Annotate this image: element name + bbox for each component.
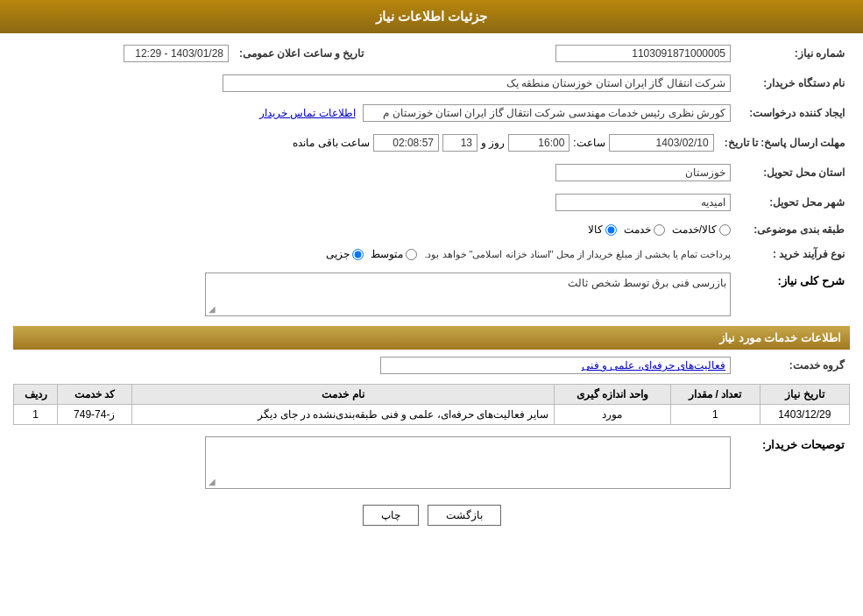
radio-kala-label: کالا [588, 223, 603, 236]
services-table: تاریخ نیاز تعداد / مقدار واحد اندازه گیر… [13, 384, 850, 425]
shomara-niaz-value: 1103091871000005 [555, 45, 731, 62]
services-section-title: اطلاعات خدمات مورد نیاز [13, 326, 850, 350]
sharh-value: بازرسی فنی برق توسط شخص ثالث [568, 277, 726, 289]
radio-jozii-label: جزیی [326, 248, 350, 260]
cell-radif: 1 [14, 405, 58, 425]
print-button[interactable]: چاپ [363, 505, 419, 526]
sharh-section-label: شرح کلی نیاز: [736, 270, 850, 319]
cell-kod: ز-74-749 [58, 405, 132, 425]
cell-tarikh: 1403/12/29 [760, 405, 849, 425]
radio-kala-khedmat-label: کالا/خدمت [672, 223, 717, 236]
ostan-value: خوزستان [555, 164, 731, 181]
shomara-niaz-label: شماره نیاز: [736, 42, 850, 65]
col-vahed: واحد اندازه گیری [555, 385, 670, 405]
ostan-label: استان محل تحویل: [736, 161, 850, 184]
grooh-khedmat-label: گروه خدمت: [736, 354, 850, 377]
cell-nam: سایر فعالیت‌های حرفه‌ای، علمی و فنی طبقه… [131, 405, 555, 425]
radio-motavaset[interactable]: متوسط [371, 248, 417, 260]
col-kod: کد خدمت [58, 385, 132, 405]
nam-dastgah-value: شرکت انتقال گاز ایران استان خوزستان منطق… [223, 74, 731, 92]
radio-kala[interactable]: کالا [588, 223, 617, 236]
mohlet-rooz: 13 [442, 134, 477, 152]
sharh-box: بازرسی فنی برق توسط شخص ثالث ◢ [205, 273, 731, 316]
tosih-label: توصیحات خریدار: [736, 434, 850, 492]
tarikh-elan-label: تاریخ و ساعت اعلان عمومی: [234, 42, 381, 65]
shahr-label: شهر محل تحویل: [736, 191, 850, 214]
mohlet-date: 1403/02/10 [609, 134, 714, 152]
cell-tedad: 1 [670, 405, 760, 425]
radio-jozii[interactable]: جزیی [326, 248, 364, 260]
mohlet-saat-label: ساعت: [573, 137, 605, 149]
nam-dastgah-label: نام دستگاه خریدار: [736, 72, 850, 95]
ijad-konande-label: ایجاد کننده درخواست: [736, 102, 850, 124]
shahr-value: امیدیه [555, 194, 731, 211]
page-title: جزئیات اطلاعات نیاز [376, 9, 487, 24]
itemaas-link[interactable]: اطلاعات تماس خریدار [259, 107, 356, 119]
tarikh-elan-value: 1403/01/28 - 12:29 [124, 45, 229, 62]
radio-motavaset-label: متوسط [371, 248, 403, 260]
radio-khedmat[interactable]: خدمت [624, 223, 665, 236]
grooh-khedmat-value[interactable]: فعالیت‌های حرفه‌ای، علمی و فنی [380, 357, 731, 374]
radio-khedmat-label: خدمت [624, 223, 651, 236]
page-header: جزئیات اطلاعات نیاز [0, 0, 863, 33]
col-nam: نام خدمت [131, 385, 555, 405]
col-tedad: تعداد / مقدار [670, 385, 760, 405]
mohlet-baqi: 02:08:57 [373, 134, 439, 152]
mohlet-rooz-label: روز و [481, 137, 505, 149]
cell-vahed: مورد [555, 405, 670, 425]
back-button[interactable]: بازگشت [428, 505, 501, 526]
mohlet-saat: 16:00 [508, 134, 569, 152]
mohlet-label: مهلت ارسال پاسخ: تا تاریخ: [719, 131, 850, 154]
resize-handle[interactable]: ◢ [209, 304, 216, 314]
tosih-box: ◢ [205, 436, 731, 489]
col-tarikh-niaz: تاریخ نیاز [760, 385, 849, 405]
tabaqabandi-label: طبقه بندی موضوعی: [736, 221, 850, 238]
farayand-note: پرداخت تمام یا بخشی از مبلغ خریدار از مح… [424, 249, 731, 260]
col-radif: ردیف [14, 385, 58, 405]
tosih-resize-handle[interactable]: ◢ [209, 477, 216, 486]
table-row: 1403/12/29 1 مورد سایر فعالیت‌های حرفه‌ا… [14, 405, 850, 425]
nooe-farayand-label: نوع فرآیند خرید : [736, 245, 850, 263]
ijad-konande-value: کورش نظری رئیس خدمات مهندسی شرکت انتقال … [363, 104, 731, 122]
radio-kala-khedmat[interactable]: کالا/خدمت [672, 223, 731, 236]
bottom-buttons: بازگشت چاپ [13, 505, 850, 526]
mohlet-baqi-label: ساعت باقی مانده [293, 137, 370, 149]
